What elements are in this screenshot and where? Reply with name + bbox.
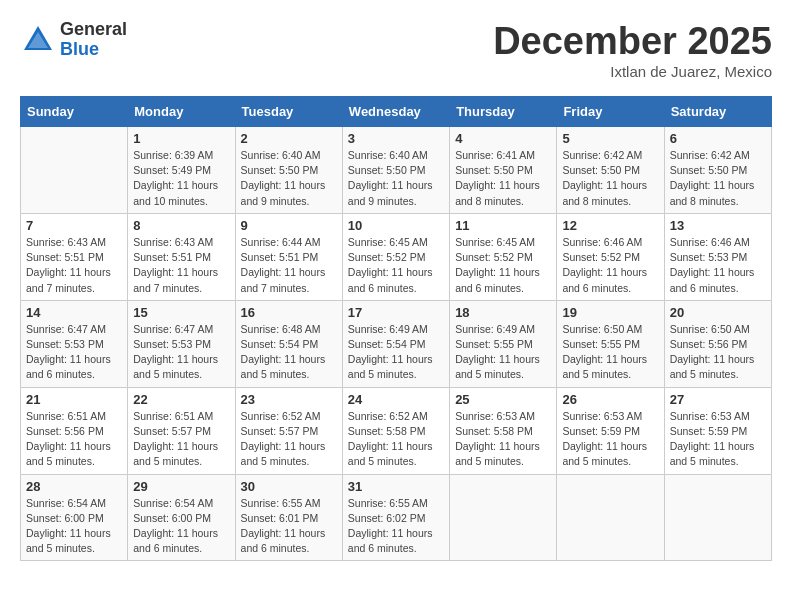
calendar-cell	[450, 474, 557, 561]
day-number: 31	[348, 479, 444, 494]
calendar-table: SundayMondayTuesdayWednesdayThursdayFrid…	[20, 96, 772, 561]
calendar-cell: 12Sunrise: 6:46 AMSunset: 5:52 PMDayligh…	[557, 213, 664, 300]
calendar-cell: 25Sunrise: 6:53 AMSunset: 5:58 PMDayligh…	[450, 387, 557, 474]
day-info: Sunrise: 6:43 AMSunset: 5:51 PMDaylight:…	[133, 235, 229, 296]
day-number: 4	[455, 131, 551, 146]
day-number: 21	[26, 392, 122, 407]
day-number: 17	[348, 305, 444, 320]
calendar-cell: 11Sunrise: 6:45 AMSunset: 5:52 PMDayligh…	[450, 213, 557, 300]
day-number: 16	[241, 305, 337, 320]
logo-icon	[20, 22, 56, 58]
calendar-cell: 28Sunrise: 6:54 AMSunset: 6:00 PMDayligh…	[21, 474, 128, 561]
week-row: 7Sunrise: 6:43 AMSunset: 5:51 PMDaylight…	[21, 213, 772, 300]
day-number: 2	[241, 131, 337, 146]
day-info: Sunrise: 6:52 AMSunset: 5:57 PMDaylight:…	[241, 409, 337, 470]
calendar-cell	[21, 127, 128, 214]
day-info: Sunrise: 6:45 AMSunset: 5:52 PMDaylight:…	[348, 235, 444, 296]
calendar-cell: 18Sunrise: 6:49 AMSunset: 5:55 PMDayligh…	[450, 300, 557, 387]
calendar-cell: 23Sunrise: 6:52 AMSunset: 5:57 PMDayligh…	[235, 387, 342, 474]
day-info: Sunrise: 6:50 AMSunset: 5:55 PMDaylight:…	[562, 322, 658, 383]
calendar-cell: 20Sunrise: 6:50 AMSunset: 5:56 PMDayligh…	[664, 300, 771, 387]
day-number: 22	[133, 392, 229, 407]
calendar-cell: 26Sunrise: 6:53 AMSunset: 5:59 PMDayligh…	[557, 387, 664, 474]
calendar-cell: 27Sunrise: 6:53 AMSunset: 5:59 PMDayligh…	[664, 387, 771, 474]
week-row: 14Sunrise: 6:47 AMSunset: 5:53 PMDayligh…	[21, 300, 772, 387]
week-row: 21Sunrise: 6:51 AMSunset: 5:56 PMDayligh…	[21, 387, 772, 474]
day-info: Sunrise: 6:40 AMSunset: 5:50 PMDaylight:…	[348, 148, 444, 209]
title-block: December 2025 Ixtlan de Juarez, Mexico	[493, 20, 772, 80]
page-header: General Blue December 2025 Ixtlan de Jua…	[20, 20, 772, 80]
calendar-cell: 13Sunrise: 6:46 AMSunset: 5:53 PMDayligh…	[664, 213, 771, 300]
calendar-cell: 16Sunrise: 6:48 AMSunset: 5:54 PMDayligh…	[235, 300, 342, 387]
day-info: Sunrise: 6:55 AMSunset: 6:02 PMDaylight:…	[348, 496, 444, 557]
day-info: Sunrise: 6:51 AMSunset: 5:57 PMDaylight:…	[133, 409, 229, 470]
calendar-cell: 21Sunrise: 6:51 AMSunset: 5:56 PMDayligh…	[21, 387, 128, 474]
day-number: 26	[562, 392, 658, 407]
day-info: Sunrise: 6:46 AMSunset: 5:53 PMDaylight:…	[670, 235, 766, 296]
day-number: 20	[670, 305, 766, 320]
calendar-cell: 10Sunrise: 6:45 AMSunset: 5:52 PMDayligh…	[342, 213, 449, 300]
header-row: SundayMondayTuesdayWednesdayThursdayFrid…	[21, 97, 772, 127]
day-info: Sunrise: 6:42 AMSunset: 5:50 PMDaylight:…	[562, 148, 658, 209]
day-number: 8	[133, 218, 229, 233]
logo-general: General	[60, 20, 127, 40]
day-number: 12	[562, 218, 658, 233]
calendar-header: SundayMondayTuesdayWednesdayThursdayFrid…	[21, 97, 772, 127]
day-info: Sunrise: 6:53 AMSunset: 5:59 PMDaylight:…	[562, 409, 658, 470]
column-header-monday: Monday	[128, 97, 235, 127]
column-header-sunday: Sunday	[21, 97, 128, 127]
day-number: 23	[241, 392, 337, 407]
location: Ixtlan de Juarez, Mexico	[493, 63, 772, 80]
week-row: 1Sunrise: 6:39 AMSunset: 5:49 PMDaylight…	[21, 127, 772, 214]
day-info: Sunrise: 6:40 AMSunset: 5:50 PMDaylight:…	[241, 148, 337, 209]
day-number: 11	[455, 218, 551, 233]
calendar-cell: 2Sunrise: 6:40 AMSunset: 5:50 PMDaylight…	[235, 127, 342, 214]
calendar-cell	[664, 474, 771, 561]
day-info: Sunrise: 6:54 AMSunset: 6:00 PMDaylight:…	[26, 496, 122, 557]
day-info: Sunrise: 6:54 AMSunset: 6:00 PMDaylight:…	[133, 496, 229, 557]
day-number: 29	[133, 479, 229, 494]
day-number: 15	[133, 305, 229, 320]
day-info: Sunrise: 6:43 AMSunset: 5:51 PMDaylight:…	[26, 235, 122, 296]
logo-text: General Blue	[60, 20, 127, 60]
day-number: 18	[455, 305, 551, 320]
calendar-cell: 4Sunrise: 6:41 AMSunset: 5:50 PMDaylight…	[450, 127, 557, 214]
calendar-cell: 1Sunrise: 6:39 AMSunset: 5:49 PMDaylight…	[128, 127, 235, 214]
day-info: Sunrise: 6:52 AMSunset: 5:58 PMDaylight:…	[348, 409, 444, 470]
day-number: 28	[26, 479, 122, 494]
day-number: 10	[348, 218, 444, 233]
month-title: December 2025	[493, 20, 772, 63]
day-info: Sunrise: 6:42 AMSunset: 5:50 PMDaylight:…	[670, 148, 766, 209]
day-number: 30	[241, 479, 337, 494]
day-info: Sunrise: 6:53 AMSunset: 5:58 PMDaylight:…	[455, 409, 551, 470]
day-number: 9	[241, 218, 337, 233]
day-number: 7	[26, 218, 122, 233]
day-info: Sunrise: 6:46 AMSunset: 5:52 PMDaylight:…	[562, 235, 658, 296]
day-number: 19	[562, 305, 658, 320]
calendar-body: 1Sunrise: 6:39 AMSunset: 5:49 PMDaylight…	[21, 127, 772, 561]
day-number: 14	[26, 305, 122, 320]
calendar-cell: 3Sunrise: 6:40 AMSunset: 5:50 PMDaylight…	[342, 127, 449, 214]
day-info: Sunrise: 6:44 AMSunset: 5:51 PMDaylight:…	[241, 235, 337, 296]
calendar-cell: 24Sunrise: 6:52 AMSunset: 5:58 PMDayligh…	[342, 387, 449, 474]
column-header-saturday: Saturday	[664, 97, 771, 127]
day-number: 1	[133, 131, 229, 146]
day-info: Sunrise: 6:48 AMSunset: 5:54 PMDaylight:…	[241, 322, 337, 383]
calendar-cell: 19Sunrise: 6:50 AMSunset: 5:55 PMDayligh…	[557, 300, 664, 387]
day-number: 27	[670, 392, 766, 407]
day-number: 5	[562, 131, 658, 146]
calendar-cell: 9Sunrise: 6:44 AMSunset: 5:51 PMDaylight…	[235, 213, 342, 300]
calendar-cell: 8Sunrise: 6:43 AMSunset: 5:51 PMDaylight…	[128, 213, 235, 300]
calendar-cell: 6Sunrise: 6:42 AMSunset: 5:50 PMDaylight…	[664, 127, 771, 214]
day-info: Sunrise: 6:47 AMSunset: 5:53 PMDaylight:…	[133, 322, 229, 383]
column-header-tuesday: Tuesday	[235, 97, 342, 127]
day-number: 3	[348, 131, 444, 146]
day-info: Sunrise: 6:55 AMSunset: 6:01 PMDaylight:…	[241, 496, 337, 557]
logo-blue: Blue	[60, 40, 127, 60]
day-number: 13	[670, 218, 766, 233]
week-row: 28Sunrise: 6:54 AMSunset: 6:00 PMDayligh…	[21, 474, 772, 561]
day-number: 24	[348, 392, 444, 407]
calendar-cell: 15Sunrise: 6:47 AMSunset: 5:53 PMDayligh…	[128, 300, 235, 387]
column-header-thursday: Thursday	[450, 97, 557, 127]
calendar-cell: 7Sunrise: 6:43 AMSunset: 5:51 PMDaylight…	[21, 213, 128, 300]
